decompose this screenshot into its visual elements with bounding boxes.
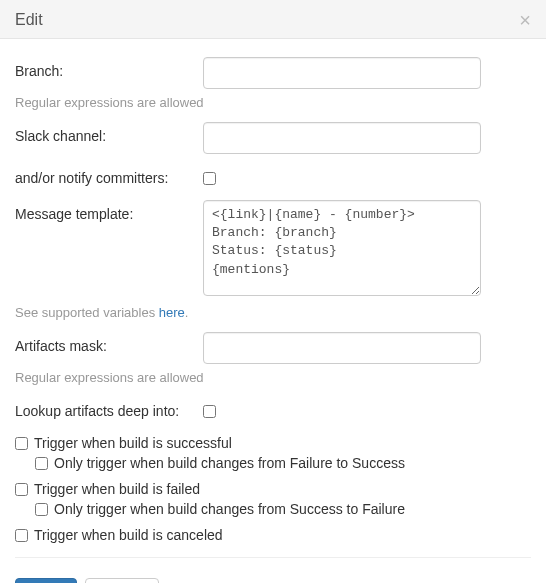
slack-channel-input[interactable] (203, 122, 481, 154)
branch-help: Regular expressions are allowed (15, 95, 531, 110)
slack-label: Slack channel: (15, 122, 203, 144)
trigger-failed-row: Trigger when build is failed (15, 481, 531, 497)
trigger-failed-sub-label-wrap[interactable]: Only trigger when build changes from Suc… (35, 501, 531, 517)
close-button[interactable]: × (519, 10, 531, 30)
supported-variables-link[interactable]: here (159, 305, 185, 320)
separator (15, 557, 531, 558)
trigger-success-label-wrap[interactable]: Trigger when build is successful (15, 435, 531, 451)
message-template-input[interactable]: <{link}|{name} - {number}> Branch: {bran… (203, 200, 481, 296)
edit-modal: Edit × Branch: Regular expressions are a… (0, 0, 546, 583)
trigger-failed-sub-row: Only trigger when build changes from Suc… (35, 501, 531, 517)
trigger-canceled-row: Trigger when build is canceled (15, 527, 531, 543)
trigger-failed-label-wrap[interactable]: Trigger when build is failed (15, 481, 531, 497)
artifacts-label: Artifacts mask: (15, 332, 203, 354)
lookup-row: Lookup artifacts deep into: (15, 397, 531, 421)
trigger-success-sub-checkbox[interactable] (35, 457, 48, 470)
slack-row: Slack channel: (15, 122, 531, 154)
modal-body: Branch: Regular expressions are allowed … (0, 39, 546, 576)
trigger-canceled-label: Trigger when build is canceled (34, 527, 223, 543)
artifacts-mask-input[interactable] (203, 332, 481, 364)
artifacts-help: Regular expressions are allowed (15, 370, 531, 385)
trigger-canceled-checkbox[interactable] (15, 529, 28, 542)
trigger-success-sub-label: Only trigger when build changes from Fai… (54, 455, 405, 471)
lookup-artifacts-checkbox[interactable] (203, 405, 216, 418)
modal-title: Edit (15, 11, 43, 29)
branch-label: Branch: (15, 57, 203, 79)
trigger-success-label: Trigger when build is successful (34, 435, 232, 451)
trigger-canceled-label-wrap[interactable]: Trigger when build is canceled (15, 527, 531, 543)
artifacts-row: Artifacts mask: (15, 332, 531, 364)
trigger-success-row: Trigger when build is successful (15, 435, 531, 451)
trigger-failed-sub-checkbox[interactable] (35, 503, 48, 516)
template-label: Message template: (15, 200, 203, 222)
cancel-button[interactable]: Cancel (85, 578, 159, 583)
trigger-failed-sub-label: Only trigger when build changes from Suc… (54, 501, 405, 517)
branch-row: Branch: (15, 57, 531, 89)
template-help-prefix: See supported variables (15, 305, 159, 320)
trigger-success-sub-label-wrap[interactable]: Only trigger when build changes from Fai… (35, 455, 531, 471)
trigger-success-checkbox[interactable] (15, 437, 28, 450)
modal-header: Edit × (0, 0, 546, 39)
trigger-failed-checkbox[interactable] (15, 483, 28, 496)
template-help: See supported variables here. (15, 305, 531, 320)
template-help-suffix: . (185, 305, 189, 320)
template-row: Message template: <{link}|{name} - {numb… (15, 200, 531, 299)
branch-input[interactable] (203, 57, 481, 89)
notify-committers-checkbox[interactable] (203, 172, 216, 185)
lookup-label: Lookup artifacts deep into: (15, 397, 203, 419)
save-button[interactable]: Save (15, 578, 77, 583)
modal-footer: Save Cancel (0, 576, 546, 583)
trigger-failed-label: Trigger when build is failed (34, 481, 200, 497)
notify-label: and/or notify committers: (15, 164, 203, 186)
notify-row: and/or notify committers: (15, 164, 531, 188)
trigger-success-sub-row: Only trigger when build changes from Fai… (35, 455, 531, 471)
